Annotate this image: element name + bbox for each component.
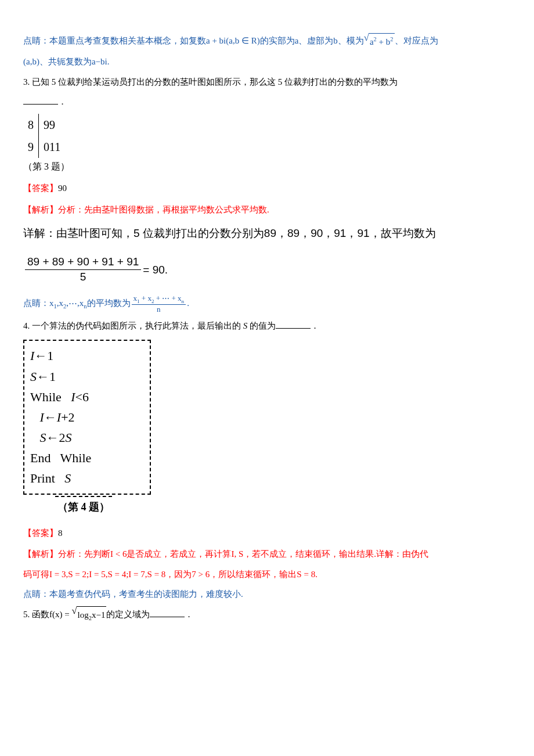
answer-3: 【答案】90 [23,180,511,197]
code-line-6: End While [30,448,144,468]
detail-3: 详解：由茎叶图可知，5 位裁判打出的分数分别为89，89，90，91，91，故平… [23,224,511,243]
blank-q5 [150,608,185,617]
code-line-7: Print S [30,468,144,488]
tip-complex: 点睛：本题重点考查复数相关基本概念，如复数a + bi(a,b ∈ R)的实部为… [23,33,511,50]
tip-text: 点睛：本题重点考查复数相关基本概念，如复数a + bi(a,b ∈ R)的实部为… [23,36,438,45]
fig4-label: （第 4 题） [55,496,112,517]
q3-text: 3. 已知 5 位裁判给某运动员打出的分数的茎叶图如图所示，那么这 5 位裁判打… [23,77,398,87]
fig4-label-wrap: （第 4 题） [23,496,511,517]
answer-4-value: 8 [58,528,63,538]
q3-blank-line: ． [23,93,511,110]
analysis-4-line1: 【解析】分析：先判断I < 6是否成立，若成立，再计算I, S，若不成立，结束循… [23,546,511,563]
analysis-4-line2: 码可得I = 3,S = 2;I = 5,S = 4;I = 7,S = 8，因… [23,566,511,583]
analysis-3: 【解析】分析：先由茎叶图得数据，再根据平均数公式求平均数. [23,201,511,218]
answer-label: 【答案】 [23,183,58,193]
answer-3-value: 90 [58,183,67,193]
code-line-1: I←1 [30,345,144,366]
pseudocode-box: I←1 S←1 While I<6 I←I+2 S←2S End While P… [23,340,151,494]
blank-q4 [276,319,311,329]
sqrt-modulus: √a2 + b2 [364,33,395,51]
mean-formula-frac: x1 + x2 + ⋯ + xnn [132,294,186,314]
code-line-4: I←I+2 [30,407,144,427]
leaf-011: 011 [39,136,66,158]
mean-fraction: 89 + 89 + 90 + 91 + 91 5 = 90. [23,255,168,284]
fig3-label: （第 3 题） [23,158,511,175]
fraction-mean: 89 + 89 + 90 + 91 + 91 5 [25,255,141,284]
leaf-99: 99 [39,114,66,136]
code-line-5: S←2S [30,427,144,448]
code-line-2: S←1 [30,366,144,387]
sqrt-q5: √log2x−1 [71,606,106,624]
answer-label-4: 【答案】 [23,528,58,538]
code-line-3: While I<6 [30,387,144,407]
tip-3: 点睛：x1,x2,⋯,xn的平均数为x1 + x2 + ⋯ + xnn. [23,294,511,314]
question-3: 3. 已知 5 位裁判给某运动员打出的分数的茎叶图如图所示，那么这 5 位裁判打… [23,74,511,91]
question-4: 4. 一个算法的伪代码如图所示，执行此算法，最后输出的 S 的值为． [23,318,511,334]
tip-4: 点睛：本题考查伪代码，考查考生的读图能力，难度较小. [23,586,511,603]
question-5: 5. 函数f(x) = √log2x−1的定义域为． [23,606,511,624]
tip-complex-line2: (a,b)、共轭复数为a−bi. [23,53,511,70]
stem-8: 8 [23,114,39,136]
stem-leaf-plot: 899 9011 （第 3 题） [23,114,511,175]
stem-9: 9 [23,136,39,158]
blank-q3 [23,95,58,105]
answer-4: 【答案】8 [23,525,511,542]
